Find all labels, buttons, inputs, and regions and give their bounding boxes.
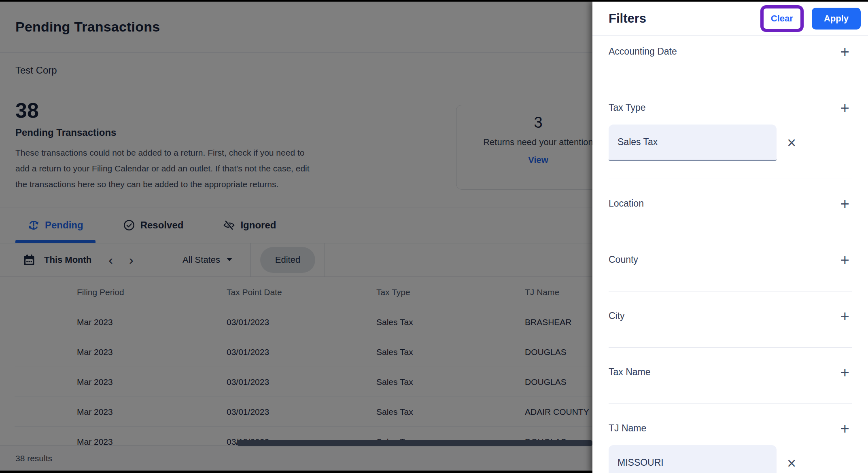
close-icon[interactable]: × (787, 456, 796, 471)
filters-panel: Filters Clear Apply Accounting Date + (592, 2, 868, 473)
filter-section-label: TJ Name (609, 423, 646, 434)
plus-icon[interactable]: + (840, 367, 849, 377)
filters-title: Filters (609, 11, 646, 26)
filter-section-label: Location (609, 198, 644, 209)
filter-section: Tax Name + (592, 348, 868, 404)
filters-panel-header: Filters Clear Apply (592, 2, 868, 36)
plus-icon[interactable]: + (840, 47, 849, 57)
plus-icon[interactable]: + (840, 103, 849, 113)
selected-filter-chip[interactable]: MISSOURI (609, 445, 777, 473)
screen: Pending Transactions Test Corp 38 Pendin… (0, 0, 868, 473)
close-icon[interactable]: × (787, 135, 796, 150)
filter-section: TJ Name + MISSOURI × (592, 404, 868, 473)
filter-section: Tax Type + Sales Tax × (592, 83, 868, 179)
filter-section-label: Accounting Date (609, 46, 677, 57)
filter-section: Accounting Date + (592, 36, 868, 83)
filter-section: County + (592, 235, 868, 291)
annotation-highlight-box: Clear (760, 5, 804, 32)
filter-section: City + (592, 291, 868, 348)
window-top-edge (0, 0, 868, 2)
plus-icon[interactable]: + (840, 424, 849, 433)
filter-sections: Accounting Date + Tax Type + Sales Tax × (592, 36, 868, 473)
selected-filter-chip[interactable]: Sales Tax (609, 125, 777, 161)
clear-button[interactable]: Clear (771, 13, 793, 24)
filter-section-label: City (609, 310, 625, 321)
filter-section-label: Tax Type (609, 102, 646, 113)
plus-icon[interactable]: + (840, 199, 849, 209)
filter-section: Location + (592, 179, 868, 235)
apply-button[interactable]: Apply (812, 8, 861, 30)
filter-section-label: Tax Name (609, 367, 651, 378)
plus-icon[interactable]: + (840, 311, 849, 321)
filter-section-label: County (609, 254, 638, 265)
plus-icon[interactable]: + (840, 255, 849, 265)
